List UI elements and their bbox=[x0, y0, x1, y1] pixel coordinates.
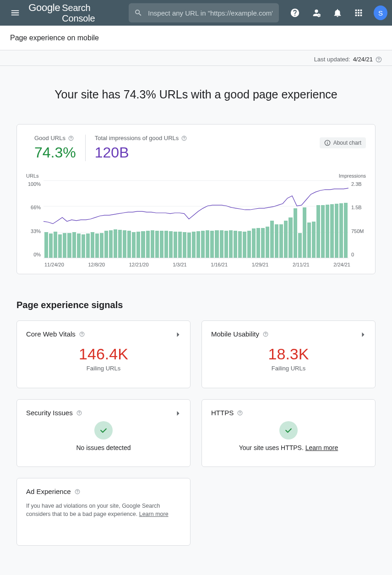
chevron-right-icon bbox=[174, 330, 183, 339]
info-help-icon[interactable] bbox=[76, 410, 82, 416]
security-title: Security Issues bbox=[26, 409, 73, 417]
apps-grid-icon[interactable] bbox=[350, 4, 367, 22]
about-chart-label: About chart bbox=[333, 140, 361, 146]
account-settings-icon[interactable] bbox=[307, 4, 325, 22]
info-help-icon[interactable] bbox=[79, 331, 85, 337]
impressions-label: Total impressions of good URLs bbox=[95, 135, 179, 141]
mobile-title: Mobile Usability bbox=[211, 330, 259, 338]
headline-summary: Your site has 74.3% URLs with a good pag… bbox=[16, 88, 376, 101]
last-updated-date: 4/24/21 bbox=[353, 56, 373, 63]
https-title: HTTPS bbox=[211, 409, 234, 417]
google-wordmark: Google bbox=[28, 2, 60, 14]
mobile-usability-card[interactable]: Mobile Usability 18.3K Failing URLs bbox=[201, 320, 376, 388]
cwv-title: Core Web Vitals bbox=[26, 330, 76, 338]
last-updated: Last updated: 4/24/21 bbox=[0, 50, 392, 65]
last-updated-label: Last updated: bbox=[314, 56, 350, 63]
chart-plot-area bbox=[44, 180, 348, 258]
check-icon bbox=[94, 421, 113, 439]
app-bar: Google Search Console S bbox=[0, 0, 392, 26]
info-help-icon[interactable] bbox=[376, 56, 382, 63]
cwv-failing-value: 146.4K bbox=[26, 345, 181, 363]
url-inspect-input[interactable] bbox=[147, 9, 273, 17]
security-issues-card[interactable]: Security Issues No issues detected bbox=[16, 399, 191, 467]
info-help-icon[interactable] bbox=[181, 136, 187, 141]
check-icon bbox=[279, 421, 298, 439]
page-experience-chart-card: Good URLs 74.3% Total impressions of goo… bbox=[16, 124, 376, 274]
right-y-axis: 2.3B1.5B750M0 bbox=[348, 180, 367, 258]
good-urls-value: 74.3% bbox=[34, 144, 76, 161]
core-web-vitals-card[interactable]: Core Web Vitals 146.4K Failing URLs bbox=[16, 320, 191, 388]
chevron-right-icon bbox=[359, 330, 368, 339]
security-message: No issues detected bbox=[26, 444, 181, 451]
help-icon[interactable] bbox=[286, 4, 304, 22]
chevron-right-icon bbox=[174, 409, 183, 418]
info-help-icon[interactable] bbox=[75, 489, 80, 494]
trend-chart: URLs Impressions 100%66%33%0% 2.3B1.5B75… bbox=[25, 173, 367, 267]
https-card: HTTPS Your site uses HTTPS. Learn more bbox=[201, 399, 376, 467]
info-help-icon[interactable] bbox=[263, 331, 268, 337]
impressions-value: 120B bbox=[95, 144, 187, 161]
info-icon bbox=[324, 140, 331, 146]
url-inspect-search[interactable] bbox=[129, 3, 279, 22]
left-y-axis: 100%66%33%0% bbox=[25, 180, 44, 258]
about-chart-button[interactable]: About chart bbox=[320, 137, 366, 148]
mobile-failing-label: Failing URLs bbox=[211, 365, 366, 372]
mobile-failing-value: 18.3K bbox=[211, 345, 366, 363]
search-icon bbox=[134, 8, 142, 17]
info-help-icon[interactable] bbox=[237, 410, 243, 416]
ad-description: If you have ad violations on your site, … bbox=[26, 502, 181, 518]
account-avatar[interactable]: S bbox=[374, 5, 387, 20]
ad-experience-card: Ad Experience If you have ad violations … bbox=[16, 478, 191, 546]
page-experience-signals-title: Page experience signals bbox=[16, 300, 376, 310]
page-title: Page experience on mobile bbox=[10, 34, 99, 42]
page-title-bar: Page experience on mobile bbox=[0, 26, 392, 50]
product-logo: Google Search Console bbox=[28, 2, 120, 24]
https-learn-more-link[interactable]: Learn more bbox=[305, 444, 338, 451]
product-name: Search Console bbox=[62, 3, 120, 24]
left-axis-title: URLs bbox=[26, 173, 39, 179]
ad-title: Ad Experience bbox=[26, 488, 71, 495]
cwv-failing-label: Failing URLs bbox=[26, 365, 181, 372]
good-urls-label: Good URLs bbox=[34, 135, 65, 141]
right-axis-title: Impressions bbox=[339, 173, 366, 179]
ad-learn-more-link[interactable]: Learn more bbox=[139, 511, 169, 517]
hamburger-menu-icon[interactable] bbox=[6, 4, 24, 22]
notifications-icon[interactable] bbox=[329, 4, 346, 22]
x-axis: 11/24/2012/8/2012/21/201/3/211/16/211/29… bbox=[25, 258, 367, 267]
info-help-icon[interactable] bbox=[68, 136, 74, 141]
https-message: Your site uses HTTPS. Learn more bbox=[211, 444, 366, 451]
